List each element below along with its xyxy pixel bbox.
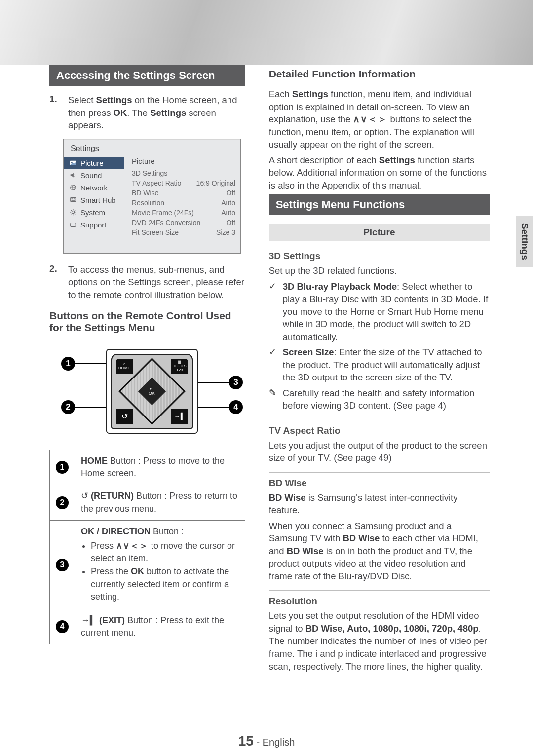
category-picture: Picture [269,224,490,241]
sidebar-item-support[interactable]: Support [64,219,123,231]
lead-4 [194,407,229,408]
lead-1 [75,363,108,364]
step-2-number: 2. [49,264,60,302]
item-bd-wise: BD Wise [269,472,490,489]
sec1-check-2: ✓ Screen Size: Enter the size of the TV … [269,346,490,384]
settings-row-movieframe[interactable]: Movie Frame (24Fs)Auto [132,208,235,218]
remote-illustration: 1 2 3 4 ⌂ HOME ▦ TOOLS [63,342,241,441]
support-icon [70,221,76,228]
legend-row-4: 4 →▍ (EXIT) Button : Press to exit the c… [50,609,245,644]
page-footer: 15 - English [0,733,533,749]
svg-line-12 [71,210,72,211]
heading-accessing-settings: Accessing the Settings Screen [49,65,245,86]
sec2-body: Lets you adjust the output of the produc… [269,439,490,464]
legend-index-4: 4 [56,620,69,633]
settings-sidebar: Picture Sound Network [64,156,123,237]
check-icon: ✓ [269,280,279,343]
step-2: 2. To access the menus, sub-menus, and o… [49,264,245,302]
sidebar-item-smart-hub[interactable]: Smart Hub [64,194,123,206]
dfi-paragraph-1: Each Settings function, menu item, and i… [269,88,490,151]
settings-main-panel: Picture 3D Settings TV Aspect Ratio16:9 … [123,156,236,237]
legend3-bold: OK / DIRECTION [81,527,151,536]
svg-line-14 [71,214,72,214]
callout-3: 3 [229,376,243,389]
svg-line-15 [75,210,75,211]
step-1-number: 1. [49,94,60,132]
sec4-body: Lets you set the output resolution of th… [269,609,490,673]
item-tv-aspect-ratio: TV Aspect Ratio [269,420,490,436]
callout-1: 1 [61,357,75,371]
settings-row-bdwise[interactable]: BD WiseOff [132,188,235,198]
item-3d-settings: 3D Settings [269,249,490,262]
settings-row-aspect[interactable]: TV Aspect Ratio16:9 Original [132,178,235,188]
exit-icon: →▍ [174,413,186,420]
return-button[interactable]: ↺ [116,409,133,424]
svg-rect-4 [72,198,73,199]
svg-point-1 [71,162,72,163]
legend-row-2: 2 ↺ (RETURN) Button : Press to return to… [50,485,245,520]
note-icon: ✎ [269,387,279,412]
settings-panel-title: Picture [132,157,235,165]
footer-sep: - [254,737,263,748]
sidebar-item-picture[interactable]: Picture [64,157,124,169]
step-1: 1. Select Settings on the Home screen, a… [49,94,245,132]
settings-row-dvd24[interactable]: DVD 24Fs ConversionOff [132,218,235,227]
sidebar-item-network[interactable]: Network [64,182,123,194]
dfi-paragraph-2: A short description of each Settings fun… [269,154,490,192]
sidebar-label-system: System [80,208,105,217]
sec3-p1: BD Wise is Samsung's latest inter-connec… [269,491,490,517]
legend-row-3: 3 OK / DIRECTION Button : Press ∧∨＜＞ to … [50,520,245,609]
sidebar-item-sound[interactable]: Sound [64,169,123,182]
home-label: HOME [118,366,130,370]
settings-row-3d[interactable]: 3D Settings [132,168,235,178]
legend2-return-icon: ↺ [81,491,88,501]
settings-screenshot: Settings Picture So [63,139,241,254]
settings-window-title: Settings [64,139,240,156]
exit-button[interactable]: →▍ [171,409,188,424]
legend-index-3: 3 [56,559,69,571]
detailed-function-heading: Detailed Function Information [269,68,490,83]
footer-lang: English [263,737,295,748]
ok-button[interactable]: ↵OK [138,378,166,406]
page-sheet: Accessing the Settings Screen 1. Select … [0,65,533,756]
left-column: Accessing the Settings Screen 1. Select … [49,65,245,676]
sidebar-item-system[interactable]: System [64,206,123,219]
step-2-text: To access the menus, sub-menus, and opti… [68,264,245,302]
sec1-lead: Set up the 3D related functions. [269,265,490,277]
legend3-bullet-1: Press ∧∨＜＞ to move the cursor or select … [91,540,239,565]
step1-bold-settings2: Settings [150,108,186,118]
step1-text-a: Select [68,95,96,105]
legend4-bold: (EXIT) [97,615,125,625]
page-number: 15 [238,733,254,749]
return-icon: ↺ [121,413,128,421]
settings-row-fitscreen[interactable]: Fit Screen SizeSize 3 [132,227,235,237]
lead-2 [75,407,110,408]
tools-button[interactable]: ▦ TOOLS 123 [171,359,188,374]
callout-4: 4 [229,400,243,414]
remote-body: ⌂ HOME ▦ TOOLS 123 ↺ →▍ [106,349,198,434]
right-column: Detailed Function Information Each Setti… [269,65,490,676]
sound-icon [70,172,76,179]
legend3-text: Button : [151,527,184,536]
svg-point-7 [72,211,74,213]
legend3-bullet-2: Press the OK button to activate the curr… [91,566,239,603]
sidebar-label-network: Network [80,184,108,192]
sec3-p2: When you connect a Samsung product and a… [269,520,490,583]
picture-icon [70,159,76,166]
home-button[interactable]: ⌂ HOME [116,359,133,374]
step1-bold-ok: OK [114,108,127,118]
remote-buttons-heading: Buttons on the Remote Control Used for t… [49,310,245,337]
lead-3 [196,382,229,383]
legend4-exit-icon: →▍ [81,615,97,625]
step1-text-c: . The [127,108,150,118]
sidebar-label-support: Support [80,221,107,229]
sidebar-label-smart-hub: Smart Hub [80,196,116,204]
legend2-bold: (RETURN) [88,491,134,501]
smart-hub-icon [70,196,76,203]
sec1-note: ✎ Carefully read the health and safety i… [269,387,490,412]
side-tab-settings: Settings [516,216,533,267]
settings-row-resolution[interactable]: ResolutionAuto [132,198,235,208]
direction-keys-glyph-2: ∧∨＜＞ [353,114,387,124]
sec1-check-1: ✓ 3D Blu-ray Playback Mode: Select wheth… [269,280,490,343]
svg-rect-5 [74,198,75,199]
